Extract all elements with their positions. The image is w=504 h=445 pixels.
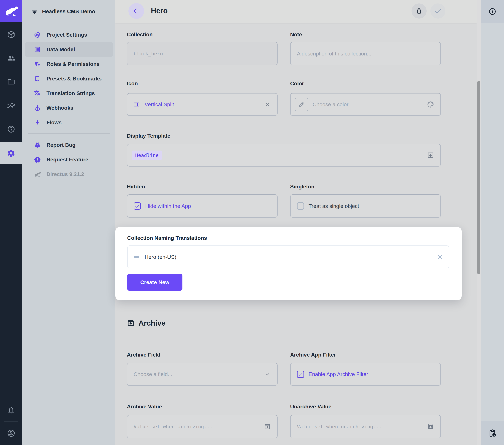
- note-input[interactable]: A description of this collection...: [290, 42, 441, 65]
- collection-value: block_hero: [134, 51, 163, 57]
- singleton-label: Singleton: [290, 184, 314, 190]
- singleton-checkbox-label: Treat as single object: [308, 203, 359, 209]
- arrow-left-icon: [132, 7, 140, 15]
- check-icon: [298, 372, 303, 377]
- eyedropper-icon: [298, 101, 305, 108]
- archive-field-select[interactable]: Choose a field...: [127, 363, 278, 386]
- icon-value: Vertical Split: [144, 101, 174, 107]
- nav-item-label: Presets & Bookmarks: [46, 76, 102, 82]
- note-placeholder: A description of this collection...: [297, 51, 371, 57]
- pending-actions-icon: [488, 429, 496, 437]
- nav-item-presets-bookmarks[interactable]: Presets & Bookmarks: [25, 71, 113, 86]
- help-module-icon[interactable]: [0, 122, 22, 137]
- nav-item-project-settings[interactable]: Project Settings: [25, 27, 113, 42]
- palette-icon[interactable]: [427, 101, 434, 108]
- check-icon: [434, 7, 442, 15]
- icon-select[interactable]: Vertical Split: [127, 93, 278, 116]
- collection-naming-translations-panel: Collection Naming Translations Hero (en-…: [115, 227, 462, 300]
- icon-label: Icon: [127, 80, 138, 87]
- nav-item-label: Project Settings: [46, 32, 87, 38]
- nav-item-label: Flows: [46, 119, 62, 126]
- hidden-checkbox[interactable]: [134, 202, 141, 210]
- archive-app-filter-checkbox[interactable]: [297, 371, 304, 378]
- settings-nav-sidebar: Headless CMS Demo Project Settings Data …: [22, 0, 115, 445]
- archive-down-icon: [264, 423, 271, 430]
- nav-item-data-model[interactable]: Data Model: [25, 42, 113, 57]
- delete-collection-button[interactable]: [412, 3, 427, 19]
- create-new-button[interactable]: Create New: [127, 274, 182, 291]
- archive-icon: [127, 319, 135, 327]
- vertical-split-icon: [134, 101, 140, 108]
- settings-nav-list: Project Settings Data Model Roles & Perm…: [22, 27, 115, 181]
- account-icon[interactable]: [0, 426, 22, 441]
- singleton-toggle[interactable]: Treat as single object: [290, 194, 441, 218]
- page-title: Hero: [151, 6, 168, 15]
- bolt-icon: [34, 119, 41, 126]
- module-bar: [0, 0, 22, 445]
- files-module-icon[interactable]: [0, 74, 22, 89]
- back-button[interactable]: [128, 3, 144, 19]
- unarchive-value-placeholder: Value set when unarchiving...: [297, 424, 382, 429]
- notifications-icon[interactable]: [0, 403, 22, 418]
- nav-item-translation-strings[interactable]: Translation Strings: [25, 86, 113, 100]
- info-sidebar-button[interactable]: [481, 0, 504, 23]
- nav-item-roles-permissions[interactable]: Roles & Permissions: [25, 57, 113, 71]
- project-switcher[interactable]: Headless CMS Demo: [22, 0, 115, 23]
- add-field-button[interactable]: [427, 152, 434, 159]
- collection-input[interactable]: block_hero: [127, 42, 278, 65]
- drag-handle-icon[interactable]: [133, 254, 140, 260]
- info-icon: [488, 8, 496, 15]
- translation-list-item[interactable]: Hero (en-US): [127, 245, 449, 268]
- save-button[interactable]: [430, 3, 445, 19]
- nav-item-version: Directus 9.21.2: [25, 167, 113, 181]
- unarchive-up-icon: [427, 423, 434, 430]
- display-template-input[interactable]: Headline: [127, 144, 441, 167]
- module-bar-divider: [4, 421, 18, 422]
- clear-icon-button[interactable]: [265, 101, 271, 108]
- archive-value-input[interactable]: Value set when archiving...: [127, 415, 278, 438]
- color-placeholder: Choose a color...: [313, 101, 353, 107]
- nav-item-request-feature[interactable]: Request Feature: [25, 152, 113, 167]
- color-input[interactable]: Choose a color...: [290, 93, 441, 116]
- create-new-label: Create New: [140, 279, 169, 285]
- directus-logo[interactable]: [0, 0, 22, 22]
- nav-item-label: Report Bug: [46, 142, 75, 148]
- nav-item-webhooks[interactable]: Webhooks: [25, 100, 113, 115]
- eyedropper-button[interactable]: [295, 98, 308, 111]
- nav-divider: [28, 133, 110, 134]
- archive-app-filter-label: Archive App Filter: [290, 352, 336, 358]
- page-header: Hero: [115, 0, 477, 23]
- template-field-chip[interactable]: Headline: [132, 151, 162, 160]
- hidden-toggle[interactable]: Hide within the App: [127, 194, 278, 218]
- nav-item-report-bug[interactable]: Report Bug: [25, 138, 113, 152]
- nav-item-label: Translation Strings: [46, 90, 95, 96]
- archive-field-placeholder: Choose a field...: [134, 371, 172, 377]
- unarchive-value-label: Unarchive Value: [290, 404, 331, 410]
- hidden-label: Hidden: [127, 184, 145, 190]
- note-label: Note: [290, 31, 302, 38]
- content-module-icon[interactable]: [0, 27, 22, 42]
- right-sidebar: [481, 0, 504, 445]
- bookmark-icon: [34, 75, 41, 82]
- unarchive-value-input[interactable]: Value set when unarchiving...: [290, 415, 441, 438]
- scrollbar-thumb[interactable]: [477, 81, 480, 274]
- insights-module-icon[interactable]: [0, 98, 22, 113]
- archive-value-placeholder: Value set when archiving...: [134, 424, 213, 429]
- users-module-icon[interactable]: [0, 51, 22, 66]
- nav-item-label: Request Feature: [46, 156, 88, 163]
- archive-app-filter-toggle[interactable]: Enable App Archive Filter: [290, 363, 441, 386]
- display-template-label: Display Template: [127, 133, 170, 139]
- color-label: Color: [290, 80, 304, 87]
- chevron-down-icon: [264, 371, 271, 378]
- nav-item-flows[interactable]: Flows: [25, 115, 113, 130]
- settings-module-active[interactable]: [0, 142, 22, 164]
- project-name: Headless CMS Demo: [42, 8, 95, 15]
- revisions-sidebar-button[interactable]: [481, 422, 504, 445]
- nav-item-label: Roles & Permissions: [46, 61, 100, 67]
- singleton-checkbox[interactable]: [297, 202, 304, 210]
- archive-value-label: Archive Value: [127, 404, 162, 410]
- archive-section-header: Archive: [127, 319, 165, 327]
- archive-field-label: Archive Field: [127, 352, 161, 358]
- remove-translation-button[interactable]: [437, 254, 443, 260]
- archive-section-divider: [127, 335, 441, 335]
